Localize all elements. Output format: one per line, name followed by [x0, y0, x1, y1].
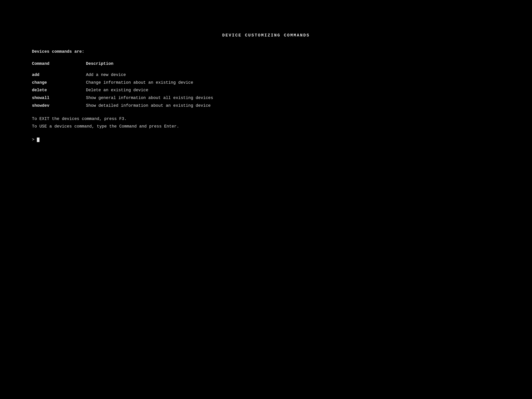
footer-line-2: To USE a devices command, type the Comma…: [32, 123, 500, 130]
command-description: Delete an existing device: [86, 87, 148, 94]
command-description: Add a new device: [86, 71, 126, 78]
page-title: DEVICE CUSTOMIZING COMMANDS: [32, 32, 500, 39]
column-header-description: Description: [86, 60, 113, 67]
prompt-line[interactable]: >: [32, 136, 500, 143]
command-name: delete: [32, 87, 86, 94]
footer-line-1: To EXIT the devices command, press F3.: [32, 115, 500, 122]
command-description: Change information about an existing dev…: [86, 79, 193, 86]
prompt-symbol: >: [32, 137, 34, 142]
command-name: showall: [32, 95, 86, 101]
table-row: deleteDelete an existing device: [32, 87, 500, 94]
command-name: add: [32, 71, 86, 78]
command-description: Show detailed information about an exist…: [86, 102, 211, 109]
table-row: changeChange information about an existi…: [32, 79, 500, 86]
table-header: Command Description: [32, 60, 500, 67]
terminal-screen: DEVICE CUSTOMIZING COMMANDS Devices comm…: [0, 0, 532, 399]
table-row: addAdd a new device: [32, 71, 500, 78]
command-name: change: [32, 79, 86, 86]
command-name: showdev: [32, 102, 86, 109]
cursor-icon: [37, 138, 39, 142]
intro-text: Devices commands are:: [32, 48, 500, 55]
table-row: showallShow general information about al…: [32, 95, 500, 101]
commands-list: addAdd a new devicechangeChange informat…: [32, 71, 500, 109]
command-description: Show general information about all exist…: [86, 95, 213, 101]
table-row: showdevShow detailed information about a…: [32, 102, 500, 109]
column-header-command: Command: [32, 60, 86, 67]
